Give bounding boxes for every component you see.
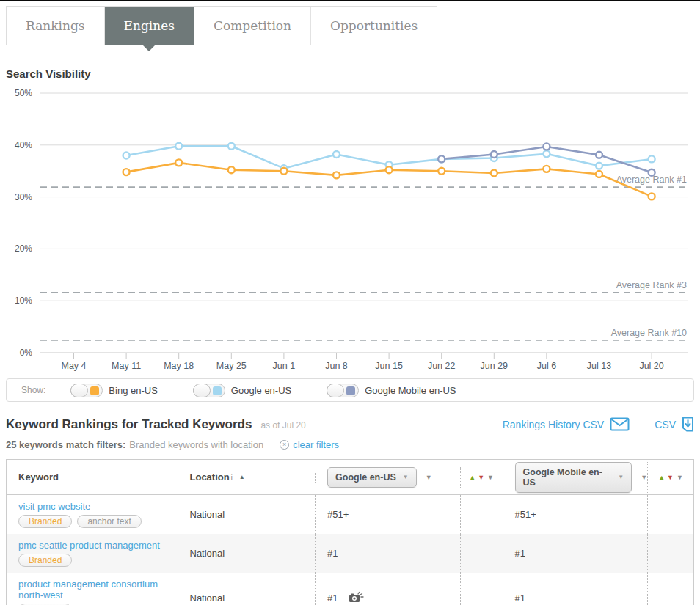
engine1-sort-menu-icon[interactable]: ▼: [487, 474, 494, 481]
x-axis-label: Jun 15: [375, 361, 403, 371]
data-point[interactable]: [175, 143, 182, 150]
rankings-history-csv-link[interactable]: Rankings History CSV: [503, 417, 630, 431]
keyword-link[interactable]: product management consortium north-west: [18, 579, 170, 601]
y-axis-label: 20%: [15, 243, 32, 254]
data-point[interactable]: [333, 151, 340, 158]
engine2-sort-menu-icon[interactable]: ▼: [677, 474, 683, 481]
rank-value: #1: [327, 593, 338, 604]
engine2-selector-label: Google Mobile en-US: [523, 467, 612, 488]
engine1-dropdown-icon[interactable]: ▼: [426, 474, 432, 481]
chart-canvas[interactable]: 50%40%30%20%10%0%Average Rank #1Average …: [0, 82, 700, 375]
data-point[interactable]: [280, 168, 287, 175]
location-cell: National: [178, 495, 316, 534]
branded-badge[interactable]: Branded: [18, 554, 72, 567]
table-row: product management consortium north-west…: [7, 573, 693, 605]
data-point[interactable]: [175, 159, 182, 166]
toggle-knob[interactable]: [70, 384, 88, 397]
toggle-bing-en-us[interactable]: [70, 384, 103, 397]
data-point[interactable]: [543, 166, 550, 172]
data-point[interactable]: [438, 168, 445, 175]
data-point[interactable]: [596, 171, 602, 177]
engine1-selector-label: Google en-US: [335, 472, 396, 483]
engine1-sort-cell: [461, 534, 503, 573]
data-point[interactable]: [649, 155, 655, 162]
rank-value: #1: [515, 548, 525, 559]
location-info-icon[interactable]: i: [231, 474, 233, 481]
engine1-selector-caret-icon: ▼: [403, 474, 409, 480]
clear-filters-button[interactable]: × clear filters: [280, 439, 339, 450]
tab-competition[interactable]: Competition: [194, 7, 311, 45]
data-point[interactable]: [649, 193, 655, 199]
csv-label: CSV: [655, 419, 676, 430]
legend-item: Google en-US: [193, 384, 291, 397]
chart-title: Search Visibility: [6, 67, 700, 80]
x-axis-label: Jun 22: [428, 361, 456, 371]
location-sort-asc-icon[interactable]: ▲: [239, 474, 245, 480]
engine2-sort-down-icon[interactable]: ▼: [667, 474, 674, 481]
toggle-knob[interactable]: [327, 384, 344, 397]
column-header-keyword: Keyword: [18, 472, 59, 483]
rank-value: #51+: [327, 509, 349, 520]
chart-legend: Show: Bing en-USGoogle en-USGoogle Mobil…: [6, 378, 694, 402]
y-axis-label: 30%: [15, 192, 32, 202]
tab-opportunities[interactable]: Opportunities: [311, 7, 437, 45]
keyword-link[interactable]: pmc seattle product management: [18, 540, 160, 551]
data-point[interactable]: [596, 163, 602, 169]
engine2-rank-cell: #1: [503, 573, 649, 605]
envelope-icon: [610, 417, 630, 431]
engine1-sort-up-icon[interactable]: ▲: [469, 474, 475, 481]
toggle-google-en-us[interactable]: [193, 384, 225, 397]
x-axis-label: May 25: [216, 361, 247, 371]
data-point[interactable]: [491, 170, 497, 177]
y-axis-label: 10%: [15, 296, 32, 306]
data-point[interactable]: [386, 166, 393, 173]
engine1-rank-cell: #1: [316, 573, 461, 605]
data-point[interactable]: [333, 172, 340, 178]
series-swatch: [346, 386, 355, 395]
location-cell: National: [178, 573, 316, 605]
average-rank-label: Average Rank #10: [611, 328, 687, 338]
engine1-rank-cell: #1: [316, 534, 461, 573]
toggle-knob[interactable]: [193, 384, 211, 397]
engine2-selector-button[interactable]: Google Mobile en-US ▼: [515, 462, 632, 493]
data-point[interactable]: [491, 151, 497, 158]
data-point[interactable]: [543, 150, 550, 157]
toggle-google-mobile-en-us[interactable]: [327, 384, 359, 397]
data-point[interactable]: [596, 152, 602, 158]
data-point[interactable]: [123, 169, 130, 175]
engine2-sort-up-icon[interactable]: ▲: [658, 474, 665, 481]
rank-value: #1: [327, 548, 338, 559]
screenshot-icon-wrap[interactable]: [349, 590, 365, 605]
column-header-location[interactable]: Location: [190, 472, 230, 483]
legend-label: Google en-US: [231, 385, 291, 396]
engine1-sort-cell: [461, 495, 503, 534]
tab-engines[interactable]: Engines: [105, 7, 194, 45]
engine2-rank-cell: #1: [503, 534, 649, 573]
data-point[interactable]: [543, 143, 550, 150]
engine1-sort-down-icon[interactable]: ▼: [478, 474, 484, 481]
screenshot-camera-icon[interactable]: [349, 590, 365, 603]
csv-download-link[interactable]: CSV: [655, 417, 694, 432]
average-rank-label: Average Rank #3: [616, 280, 687, 290]
y-axis-label: 0%: [20, 348, 33, 358]
keyword-link[interactable]: visit pmc website: [18, 501, 142, 512]
data-point[interactable]: [228, 166, 235, 173]
keyword-cell: product management consortium north-west…: [7, 573, 178, 605]
data-point[interactable]: [123, 152, 130, 158]
engine1-sort-cell: [461, 573, 503, 605]
label-badge[interactable]: anchor text: [77, 515, 141, 528]
tab-rankings[interactable]: Rankings: [7, 7, 105, 45]
data-point[interactable]: [438, 155, 445, 162]
keyword-section-title: Keyword Rankings for Tracked Keywords: [6, 417, 252, 432]
data-point[interactable]: [649, 169, 655, 176]
engine2-dropdown-icon[interactable]: ▼: [641, 474, 647, 481]
x-axis-label: May 11: [112, 361, 141, 371]
x-axis-label: May 18: [164, 361, 194, 371]
x-axis-label: Jul 13: [587, 361, 611, 371]
engine1-selector-button[interactable]: Google en-US ▼: [327, 467, 417, 488]
legend-label: Bing en-US: [109, 385, 157, 396]
branded-badge[interactable]: Branded: [18, 515, 72, 528]
series-swatch: [213, 386, 222, 395]
data-point[interactable]: [228, 143, 235, 150]
engine2-rank-cell: #51+: [503, 495, 649, 534]
